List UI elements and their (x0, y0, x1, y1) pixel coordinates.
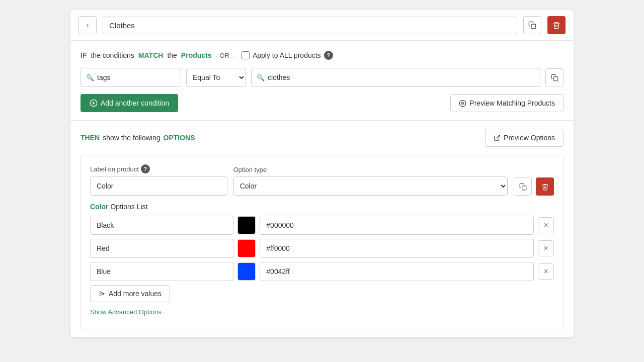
copy-condition-icon (551, 74, 558, 81)
add-more-values-button[interactable]: ⩥ Add more values (90, 285, 170, 302)
apply-all-help-icon[interactable]: ? (324, 51, 333, 60)
color-swatch-2[interactable] (237, 262, 256, 281)
collection-title-input[interactable] (103, 17, 517, 34)
svg-rect-1 (553, 76, 557, 80)
type-field-group: Option type Color Text Dropdown Image Bu… (233, 166, 508, 196)
search-icon: 🔍 (86, 74, 94, 81)
label-help-icon[interactable]: ? (141, 164, 150, 173)
remove-color-button-1[interactable]: × (538, 240, 554, 256)
color-row: × (90, 216, 554, 235)
preview-matching-button[interactable]: Preview Matching Products (450, 94, 564, 112)
svg-rect-8 (522, 186, 526, 190)
collapse-button[interactable]: › (78, 16, 97, 34)
copy-option-button[interactable] (514, 177, 532, 196)
color-name-input-0[interactable] (90, 216, 233, 235)
color-hex-input-2[interactable] (260, 262, 534, 281)
add-condition-label: Add another condition (101, 99, 169, 107)
add-condition-button[interactable]: Add another condition (80, 94, 178, 112)
preview-matching-icon (459, 100, 466, 107)
trash-icon (552, 21, 560, 29)
or-text: - OR - (216, 52, 233, 59)
apply-all-checkbox[interactable] (242, 51, 250, 59)
copy-icon (528, 21, 536, 29)
keyword-match: MATCH (138, 51, 164, 59)
color-swatch-1[interactable] (237, 239, 256, 257)
label-field-label: Label on product ? (90, 164, 227, 173)
color-name-input-1[interactable] (90, 239, 233, 258)
value-search-icon: 🔍 (257, 74, 265, 81)
conditions-text2: the (167, 51, 177, 59)
copy-collection-button[interactable] (523, 16, 541, 34)
delete-option-button[interactable] (536, 177, 554, 196)
remove-color-button-0[interactable]: × (538, 217, 554, 233)
keyword-then: THEN (80, 134, 100, 142)
remove-color-button-2[interactable]: × (538, 263, 554, 280)
external-link-icon (494, 134, 501, 141)
keyword-if: IF (80, 51, 87, 59)
label-field-input[interactable] (90, 176, 227, 196)
preview-options-button[interactable]: Preview Options (485, 129, 564, 147)
svg-line-7 (497, 135, 500, 138)
condition-value-wrapper: 🔍 (251, 68, 540, 87)
then-text1: show the following (103, 134, 160, 142)
copy-option-icon (519, 183, 527, 191)
option-card: Label on product ? Option type Color Tex… (80, 155, 564, 329)
card-actions (514, 177, 554, 196)
show-advanced-label: Show Advanced Options (90, 308, 162, 316)
conditions-text1: the conditions (91, 51, 134, 59)
add-more-label: Add more values (109, 290, 162, 298)
keyword-options: OPTIONS (164, 134, 195, 142)
copy-condition-button[interactable] (545, 68, 564, 86)
plus-circle-icon (90, 99, 98, 107)
delete-collection-button[interactable] (547, 16, 566, 34)
condition-operator-select[interactable]: Equal To Not Equal To Contains Not Conta… (186, 68, 246, 87)
show-advanced-button[interactable]: Show Advanced Options (90, 308, 162, 316)
color-name-input-2[interactable] (90, 262, 233, 281)
keyword-products: Products (181, 51, 212, 59)
preview-options-label: Preview Options (504, 134, 555, 142)
type-field-select[interactable]: Color Text Dropdown Image Button (233, 176, 508, 196)
color-swatch-0[interactable] (237, 216, 256, 234)
color-options-title: Color Options List (90, 203, 554, 211)
chevron-right-icon: › (87, 21, 89, 29)
svg-rect-0 (531, 24, 536, 29)
condition-value-input[interactable] (268, 73, 535, 81)
color-hex-input-1[interactable] (260, 239, 534, 258)
color-hex-input-0[interactable] (260, 216, 534, 235)
svg-point-6 (462, 102, 464, 104)
plus-icon-add-more: ⩥ (99, 290, 106, 298)
preview-matching-label: Preview Matching Products (469, 99, 555, 107)
color-row: × (90, 262, 554, 281)
svg-point-5 (460, 100, 466, 107)
type-field-label: Option type (233, 166, 508, 173)
label-field-group: Label on product ? (90, 164, 227, 196)
color-rows-container: × × × (90, 216, 554, 281)
color-row: × (90, 239, 554, 258)
condition-field-input[interactable] (97, 73, 176, 81)
condition-field-wrapper: 🔍 (80, 68, 181, 87)
apply-all-label: Apply to ALL products (253, 51, 321, 59)
trash-option-icon (541, 183, 549, 191)
